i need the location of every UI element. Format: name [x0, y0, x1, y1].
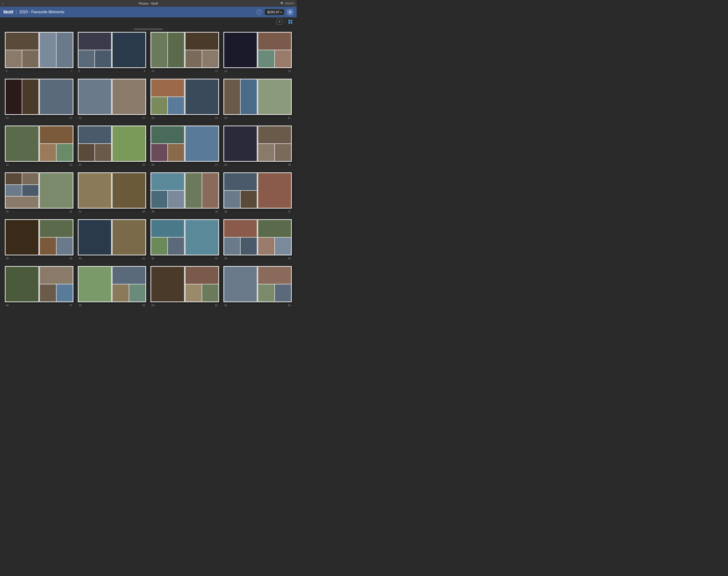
- spread-book[interactable]: [223, 172, 292, 208]
- spread-right-page: [257, 125, 292, 162]
- page-photo: [5, 126, 38, 161]
- spread-book[interactable]: [223, 219, 292, 255]
- spread-item[interactable]: 3031: [5, 172, 74, 213]
- help-button[interactable]: ?: [256, 9, 262, 15]
- spread-book[interactable]: [150, 266, 219, 302]
- spread-right-page: [112, 79, 146, 115]
- spread-left-page: [5, 266, 39, 302]
- page-photo: [241, 80, 257, 114]
- spread-book[interactable]: [78, 32, 146, 68]
- page-photo: [151, 237, 167, 255]
- spread-book[interactable]: [78, 79, 146, 115]
- add-button[interactable]: +: [277, 19, 282, 25]
- back-button[interactable]: ‹: [2, 1, 4, 5]
- page-photo: [168, 237, 184, 255]
- spread-item[interactable]: 1415: [5, 79, 74, 120]
- right-page-number: 27: [215, 163, 218, 166]
- page-photo: [186, 173, 202, 208]
- spread-item[interactable]: 2425: [78, 125, 146, 167]
- spread-labels: 5253: [223, 303, 292, 307]
- page-row: [113, 267, 145, 284]
- page-row: [79, 126, 111, 143]
- scroll-bar: [134, 28, 163, 30]
- spread-book[interactable]: [78, 219, 146, 255]
- spread-labels: 4647: [5, 303, 74, 307]
- spread-book[interactable]: [5, 266, 74, 302]
- spread-item[interactable]: 3435: [150, 172, 219, 213]
- spread-book[interactable]: [223, 266, 292, 302]
- page-row: [113, 33, 145, 67]
- left-page-number: 48: [79, 304, 82, 307]
- page-row: [151, 126, 184, 143]
- right-page-number: 19: [215, 116, 218, 119]
- right-page-number: 13: [288, 69, 291, 73]
- spread-book[interactable]: [5, 219, 74, 255]
- spread-left-page: [223, 79, 258, 115]
- spread-item[interactable]: 4445: [223, 219, 292, 260]
- spread-item[interactable]: 1617: [78, 79, 146, 120]
- spread-book[interactable]: [5, 125, 74, 162]
- search-area[interactable]: 🔍 Search: [280, 2, 294, 5]
- spread-book[interactable]: [223, 125, 292, 162]
- page-photo: [40, 220, 73, 237]
- spread-book[interactable]: [5, 79, 74, 115]
- page-photo: [5, 220, 38, 255]
- page-photo: [151, 97, 167, 114]
- page-row: [186, 173, 218, 208]
- spread-book[interactable]: [150, 79, 219, 115]
- right-page-number: 49: [142, 304, 145, 307]
- spread-item[interactable]: 4243: [150, 219, 219, 260]
- spread-item[interactable]: 2223: [5, 125, 74, 167]
- spread-item[interactable]: 4647: [5, 266, 74, 307]
- page-photo: [79, 33, 111, 50]
- spread-right-page: [112, 125, 146, 162]
- spread-book[interactable]: [78, 125, 146, 162]
- spread-book[interactable]: [78, 172, 146, 208]
- spread-book[interactable]: [150, 125, 219, 162]
- spread-item[interactable]: 2829: [223, 125, 292, 167]
- page-row: [79, 173, 111, 208]
- spread-book[interactable]: [78, 266, 146, 302]
- spread-item[interactable]: 67: [5, 32, 74, 73]
- spread-book[interactable]: [223, 79, 292, 115]
- spread-item[interactable]: 2627: [150, 125, 219, 167]
- page-photo: [186, 80, 218, 114]
- spread-item[interactable]: 3839: [5, 219, 74, 260]
- page-photo: [186, 50, 202, 67]
- page-photo: [186, 284, 202, 301]
- price-button[interactable]: $200.97 ▾: [265, 9, 284, 15]
- spread-book[interactable]: [5, 32, 74, 68]
- spread-item[interactable]: 1213: [223, 32, 292, 73]
- spread-item[interactable]: 2021: [223, 79, 292, 120]
- spread-item[interactable]: 4849: [78, 266, 146, 307]
- spread-book[interactable]: [150, 219, 219, 255]
- spread-book[interactable]: [223, 32, 292, 68]
- spread-item[interactable]: 1819: [150, 79, 219, 120]
- gear-button[interactable]: ⚙: [287, 9, 293, 15]
- spread-right-page: [39, 125, 74, 162]
- spread-item[interactable]: 1011: [150, 32, 219, 73]
- spread-book[interactable]: [150, 172, 219, 208]
- spread-labels: 3233: [78, 209, 146, 213]
- page-photo: [224, 267, 257, 301]
- spread-item[interactable]: 89: [78, 32, 146, 73]
- spread-item[interactable]: 5253: [223, 266, 292, 307]
- page-row: [79, 220, 111, 255]
- page-photo: [5, 185, 22, 196]
- spread-right-page: [39, 79, 74, 115]
- spread-labels: 3637: [223, 209, 292, 213]
- page-row: [113, 80, 145, 114]
- spread-item[interactable]: 3233: [78, 172, 146, 213]
- spread-book[interactable]: [150, 32, 219, 68]
- page-photo: [40, 126, 73, 143]
- page-row: [224, 80, 257, 114]
- page-row: [40, 284, 73, 301]
- spread-right-page: [112, 172, 146, 208]
- spread-item[interactable]: 4041: [78, 219, 146, 260]
- spread-book[interactable]: [5, 172, 74, 208]
- spread-item[interactable]: 5051: [150, 266, 219, 307]
- spread-left-page: [223, 219, 258, 255]
- grid-view-button[interactable]: [287, 19, 293, 25]
- page-photo: [5, 267, 38, 301]
- spread-item[interactable]: 3637: [223, 172, 292, 213]
